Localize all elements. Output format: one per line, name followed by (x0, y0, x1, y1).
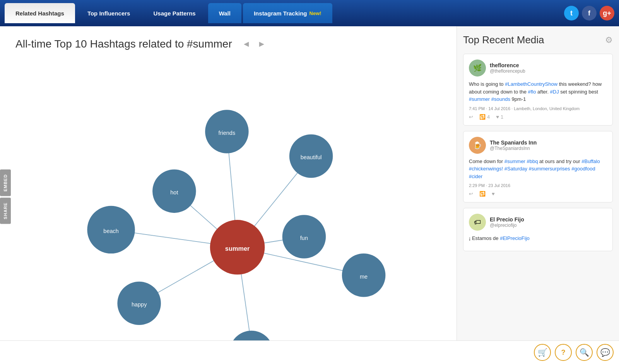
link-saturday[interactable]: #Saturday (504, 166, 527, 172)
settings-gear-icon[interactable]: ⚙ (605, 35, 613, 45)
share-button[interactable]: SHARE (0, 198, 11, 224)
tweet-card-3: 🏷 El Precio Fijo @elpreciofijo ¡ Estamos… (463, 208, 613, 251)
bottom-toolbar: 🛒 ? 🔍 💬 (0, 340, 619, 364)
tweet-meta-2: 2:29 PM · 23 Jul 2016 (469, 183, 607, 188)
tweet-card-1: 🌿 theflorence @theflorencepub Who is goi… (463, 54, 613, 126)
right-panel: Top Recent Media ⚙ 🌿 theflorence @theflo… (457, 26, 619, 364)
google-button[interactable]: g+ (600, 6, 614, 20)
svg-text:me: me (360, 274, 368, 280)
user-name-1[interactable]: theflorence (490, 62, 525, 68)
tweet-user-3: 🏷 El Precio Fijo @elpreciofijo (469, 214, 607, 231)
tweet-text-2: Come down for #summer #bbq at ours and t… (469, 158, 607, 180)
link-summersurprises[interactable]: #summersurprises (529, 166, 570, 172)
avatar-2: 🍺 (469, 137, 486, 154)
svg-text:fun: fun (300, 235, 308, 241)
left-panel: EMBED SHARE All-time Top 10 Hashtags rel… (0, 26, 457, 364)
like-btn-2[interactable]: ♥ (492, 191, 495, 197)
tab-wall[interactable]: Wall (208, 3, 241, 23)
svg-text:summer: summer (225, 245, 250, 252)
retweet-btn-1[interactable]: 🔁 4 (479, 114, 490, 120)
navbar: Related Hashtags Top Influencers Usage P… (0, 0, 619, 26)
avatar-3: 🏷 (469, 214, 486, 231)
retweet-btn-2[interactable]: 🔁 (479, 191, 486, 197)
link-summer1[interactable]: #summer (469, 96, 490, 102)
link-summer2[interactable]: #summer (504, 158, 525, 164)
svg-text:beach: beach (103, 228, 119, 234)
prev-arrow[interactable]: ◄ (240, 38, 253, 50)
panel-title: All-time Top 10 Hashtags related to #sum… (15, 38, 232, 50)
user-info-1: theflorence @theflorencepub (490, 62, 525, 74)
tab-top-influencers[interactable]: Top Influencers (77, 3, 141, 23)
twitter-button[interactable]: t (564, 6, 579, 20)
tweet-actions-2: ↩ 🔁 ♥ (469, 191, 607, 197)
right-panel-header: Top Recent Media ⚙ (463, 34, 613, 46)
network-graph: friends beautiful hot beach fun me hap (15, 58, 449, 359)
like-btn-1[interactable]: ♥ 1 (496, 114, 503, 120)
help-toolbar-btn[interactable]: ? (555, 344, 572, 361)
tweet-text-1: Who is going to #LambethCountryShow this… (469, 80, 607, 103)
svg-text:happy: happy (132, 301, 147, 308)
user-handle-2: @TheSpaniardsInn (490, 146, 537, 151)
link-elpreciofijo[interactable]: #ElPrecioFijo (500, 235, 530, 241)
nav-tabs: Related Hashtags Top Influencers Usage P… (5, 3, 564, 23)
link-sounds[interactable]: #sounds (491, 96, 510, 102)
search-toolbar-btn[interactable]: 🔍 (576, 344, 593, 361)
graph-container: friends beautiful hot beach fun me hap (15, 58, 449, 359)
link-flo[interactable]: #flo (528, 89, 536, 95)
facebook-button[interactable]: f (582, 6, 597, 20)
new-badge: New! (310, 10, 321, 16)
link-goodfood[interactable]: #goodfood (571, 166, 595, 172)
next-arrow[interactable]: ► (255, 38, 268, 50)
tweet-meta-1: 7:41 PM · 14 Jul 2016 · Lambeth, London,… (469, 106, 607, 111)
link-lambeth[interactable]: #LambethCountryShow (505, 81, 557, 87)
tweet-user-1: 🌿 theflorence @theflorencepub (469, 60, 607, 77)
panel-header: All-time Top 10 Hashtags related to #sum… (15, 38, 449, 50)
tweet-actions-1: ↩ 🔁 4 ♥ 1 (469, 114, 607, 120)
embed-button[interactable]: EMBED (0, 170, 11, 196)
link-bbq[interactable]: #bbq (527, 158, 538, 164)
user-info-3: El Precio Fijo @elpreciofijo (490, 216, 524, 228)
svg-text:beautiful: beautiful (301, 154, 322, 160)
link-dj[interactable]: #DJ (550, 89, 559, 95)
link-buffalo[interactable]: #Buffalo (581, 158, 600, 164)
social-buttons: t f g+ (564, 6, 614, 20)
reply-btn-2[interactable]: ↩ (469, 191, 473, 197)
link-chickenwings[interactable]: #chickenwings! (469, 166, 503, 172)
avatar-1: 🌿 (469, 60, 486, 77)
tab-instagram-tracking[interactable]: Instagram Tracking New! (243, 3, 332, 23)
link-cider[interactable]: #cider (469, 173, 482, 179)
cart-toolbar-btn[interactable]: 🛒 (534, 344, 551, 361)
user-handle-3: @elpreciofijo (490, 223, 524, 228)
user-handle-1: @theflorencepub (490, 68, 525, 74)
tweet-card-2: 🍺 The Spaniards Inn @TheSpaniardsInn Com… (463, 131, 613, 203)
svg-text:friends: friends (219, 130, 236, 136)
tweet-text-3: ¡ Estamos de #ElPrecioFijo (469, 235, 607, 242)
reply-btn-1[interactable]: ↩ (469, 114, 473, 120)
tweet-user-2: 🍺 The Spaniards Inn @TheSpaniardsInn (469, 137, 607, 154)
side-buttons: EMBED SHARE (0, 170, 11, 224)
chat-toolbar-btn[interactable]: 💬 (597, 344, 614, 361)
svg-text:hot: hot (170, 189, 178, 196)
user-name-2[interactable]: The Spaniards Inn (490, 139, 537, 146)
main-content: EMBED SHARE All-time Top 10 Hashtags rel… (0, 26, 619, 364)
right-panel-title: Top Recent Media (463, 34, 544, 46)
tab-usage-patterns[interactable]: Usage Patterns (142, 3, 206, 23)
user-name-3[interactable]: El Precio Fijo (490, 216, 524, 223)
nav-arrows: ◄ ► (240, 38, 268, 50)
tab-related-hashtags[interactable]: Related Hashtags (5, 3, 75, 23)
user-info-2: The Spaniards Inn @TheSpaniardsInn (490, 139, 537, 151)
